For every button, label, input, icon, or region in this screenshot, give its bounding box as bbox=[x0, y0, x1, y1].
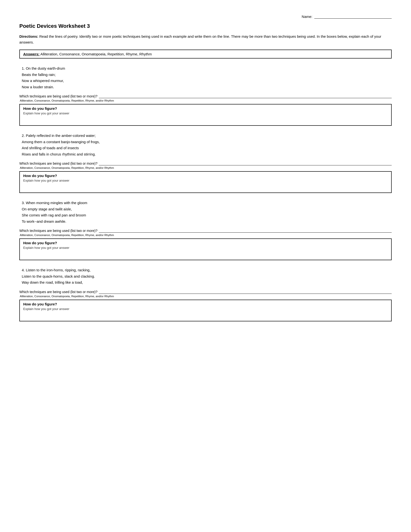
poem-block-2: 2. Palely reflected in the amber-colored… bbox=[19, 133, 392, 157]
question-3: 3. When morning mingles with the gloomOn… bbox=[19, 200, 392, 260]
name-input-line[interactable] bbox=[314, 15, 392, 19]
poem-line-2-1: 2. Palely reflected in the amber-colored… bbox=[22, 133, 392, 139]
techniques-answer-1[interactable] bbox=[99, 98, 392, 98]
poem-line-3-4: To work--and dream awhile. bbox=[22, 218, 392, 225]
figure-explain-4: Explain how you got your answer bbox=[23, 307, 388, 311]
figure-title-1: How do you figure? bbox=[23, 106, 388, 111]
poem-line-4-1: 4. Listen to the iron-horns, ripping, ra… bbox=[22, 267, 392, 273]
techniques-answer-2[interactable] bbox=[99, 165, 392, 165]
techniques-answer-3[interactable] bbox=[99, 232, 392, 233]
poem-line-2-3: And shrilling of toads and of insects bbox=[22, 145, 392, 151]
poem-line-4-3: Way down the road, trilling like a toad, bbox=[22, 279, 392, 285]
questions-container: 1. On the dusty earth-drumBeats the fall… bbox=[19, 65, 392, 321]
techniques-label-2: Which techniques are being used (list tw… bbox=[19, 162, 97, 165]
poem-line-1-1: 1. On the dusty earth-drum bbox=[22, 65, 392, 72]
poem-line-4-2: Listen to the quack-horns, slack and cla… bbox=[22, 273, 392, 280]
techniques-label-3: Which techniques are being used (list tw… bbox=[19, 229, 97, 233]
poem-line-3-1: 3. When morning mingles with the gloom bbox=[22, 200, 392, 206]
question-1: 1. On the dusty earth-drumBeats the fall… bbox=[19, 65, 392, 126]
techniques-label-4: Which techniques are being used (list tw… bbox=[19, 290, 97, 294]
poem-line-2-4: Rises and falls in chorus rhythmic and s… bbox=[22, 151, 392, 157]
figure-box-3[interactable]: How do you figure?Explain how you got yo… bbox=[19, 238, 392, 260]
name-line: Name: bbox=[19, 15, 392, 19]
poem-line-2-2: Among them a constant banjo-twanging of … bbox=[22, 139, 392, 145]
poem-block-1: 1. On the dusty earth-drumBeats the fall… bbox=[19, 65, 392, 90]
figure-title-3: How do you figure? bbox=[23, 241, 388, 245]
techniques-answer-4[interactable] bbox=[99, 294, 392, 294]
directions: Directions: Read the lines of poetry. Id… bbox=[19, 34, 392, 45]
poem-line-1-3: Now a whispered murmur, bbox=[22, 78, 392, 84]
answer-options-3: Alliteration, Consonance, Onomatopoeia, … bbox=[19, 234, 392, 237]
answer-options-1: Alliteration, Consonance, Onomatopoeia, … bbox=[19, 99, 392, 102]
directions-label: Directions: bbox=[19, 34, 38, 38]
figure-box-4[interactable]: How do you figure?Explain how you got yo… bbox=[19, 300, 392, 321]
poem-line-3-3: She comes with rag and pan and broom bbox=[22, 212, 392, 218]
techniques-line-4: Which techniques are being used (list tw… bbox=[19, 290, 392, 294]
question-4: 4. Listen to the iron-horns, ripping, ra… bbox=[19, 267, 392, 321]
figure-title-2: How do you figure? bbox=[23, 174, 388, 178]
techniques-line-2: Which techniques are being used (list tw… bbox=[19, 162, 392, 165]
question-2: 2. Palely reflected in the amber-colored… bbox=[19, 133, 392, 193]
poem-line-1-2: Beats the falling rain; bbox=[22, 72, 392, 78]
answer-options-2: Alliteration, Consonance, Onomatopoeia, … bbox=[19, 166, 392, 169]
answers-label: Answers: bbox=[23, 52, 40, 56]
figure-explain-3: Explain how you got your answer bbox=[23, 246, 388, 249]
directions-text: Read the lines of poetry. Identify two o… bbox=[19, 34, 381, 44]
techniques-line-1: Which techniques are being used (list tw… bbox=[19, 94, 392, 98]
figure-explain-1: Explain how you got your answer bbox=[23, 112, 388, 115]
name-label: Name: bbox=[302, 15, 312, 19]
poem-block-4: 4. Listen to the iron-horns, ripping, ra… bbox=[19, 267, 392, 285]
answers-box: Answers: Alliteration, Consonance, Onoma… bbox=[19, 50, 392, 58]
techniques-label-1: Which techniques are being used (list tw… bbox=[19, 94, 97, 98]
figure-explain-2: Explain how you got your answer bbox=[23, 179, 388, 182]
answers-text: Alliteration, Consonance, Onomatopoeia, … bbox=[40, 52, 152, 56]
techniques-line-3: Which techniques are being used (list tw… bbox=[19, 229, 392, 233]
worksheet-title: Poetic Devices Worksheet 3 bbox=[19, 23, 392, 29]
poem-block-3: 3. When morning mingles with the gloomOn… bbox=[19, 200, 392, 224]
poem-line-1-4: Now a louder strain. bbox=[22, 84, 392, 90]
poem-line-3-2: On empty stage and twilit aisle, bbox=[22, 206, 392, 212]
figure-box-1[interactable]: How do you figure?Explain how you got yo… bbox=[19, 104, 392, 126]
answer-options-4: Alliteration, Consonance, Onomatopoeia, … bbox=[19, 295, 392, 298]
figure-box-2[interactable]: How do you figure?Explain how you got yo… bbox=[19, 171, 392, 193]
figure-title-4: How do you figure? bbox=[23, 302, 388, 306]
